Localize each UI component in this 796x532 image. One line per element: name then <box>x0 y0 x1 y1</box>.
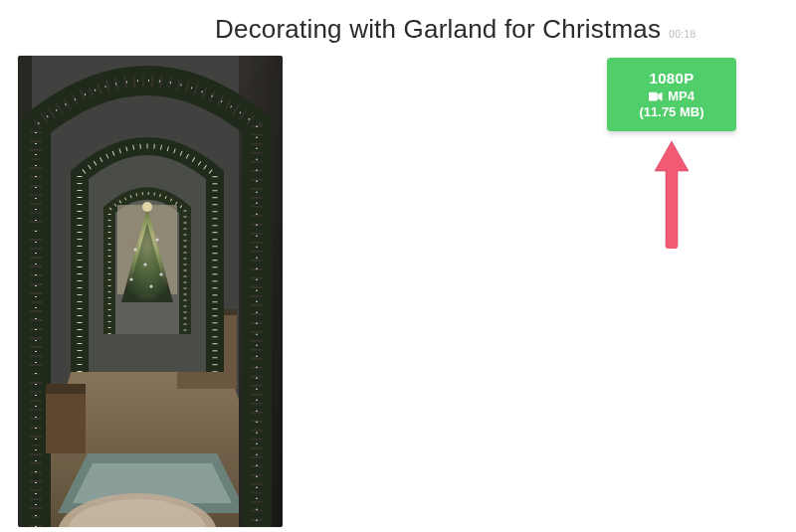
download-format-row: MP4 <box>649 89 695 103</box>
video-header: Decorating with Garland for Christmas 00… <box>215 14 696 45</box>
svg-rect-24 <box>649 91 658 100</box>
video-camera-icon <box>649 91 663 101</box>
download-size: (11.75 MB) <box>639 104 703 119</box>
video-thumbnail[interactable] <box>18 56 283 527</box>
svg-rect-23 <box>18 56 283 527</box>
svg-marker-26 <box>655 141 689 247</box>
download-button[interactable]: 1080P MP4 (11.75 MB) <box>607 58 736 131</box>
download-resolution: 1080P <box>650 70 695 87</box>
svg-marker-25 <box>655 141 689 247</box>
annotation-arrow-icon <box>655 141 689 251</box>
video-title: Decorating with Garland for Christmas <box>215 14 661 45</box>
svg-rect-27 <box>666 243 678 249</box>
download-format: MP4 <box>668 89 695 103</box>
video-duration: 00:18 <box>669 29 696 40</box>
